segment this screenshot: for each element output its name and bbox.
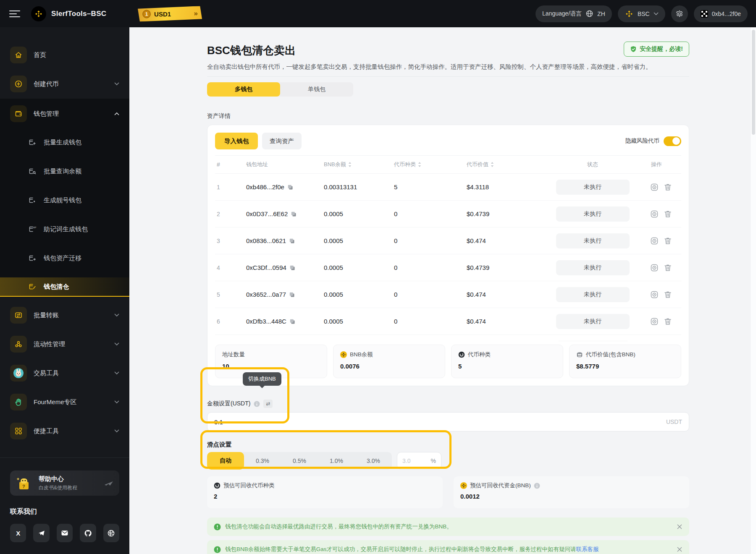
amount-input[interactable] bbox=[214, 418, 666, 426]
copy-icon[interactable] bbox=[289, 292, 295, 298]
estimate-cards: 预估可回收代币种类 2 预估可回收代资金(BNB) 0.0012 bbox=[207, 476, 689, 508]
slippage-option-auto[interactable]: 自动 bbox=[207, 452, 244, 470]
sort-icon[interactable] bbox=[418, 162, 421, 167]
sidebar-item-mnemonic[interactable]: MP 助记词生成钱包 bbox=[0, 220, 129, 239]
sidebar-item-liquidity[interactable]: 流动性管理 bbox=[0, 334, 129, 354]
summary-cards: 地址数量 10 BNB余额 0.0076 bbox=[215, 345, 681, 378]
sidebar-item-quick-tools[interactable]: 便捷工具 bbox=[0, 421, 129, 441]
plus-circle-icon bbox=[10, 76, 27, 92]
slippage-option-3-0[interactable]: 3.0% bbox=[355, 452, 392, 470]
currency-swap-icon[interactable]: ⇄ bbox=[263, 400, 273, 408]
chevron-down-icon bbox=[114, 371, 119, 375]
close-icon[interactable] bbox=[677, 546, 682, 552]
copy-icon[interactable] bbox=[289, 265, 295, 271]
coins-stack-icon bbox=[576, 351, 583, 358]
copy-icon[interactable] bbox=[289, 319, 295, 324]
sidebar: 首页 创建代币 钱包管理 bbox=[0, 27, 129, 554]
network-selector[interactable]: BSC bbox=[618, 5, 665, 22]
svg-text:?: ? bbox=[22, 484, 25, 489]
delete-icon[interactable] bbox=[664, 237, 672, 245]
sort-icon[interactable] bbox=[348, 162, 352, 167]
slippage-option-1-0[interactable]: 1.0% bbox=[318, 452, 355, 470]
status-badge: 未执行 bbox=[556, 233, 630, 248]
query-assets-button[interactable]: 查询资产 bbox=[262, 133, 302, 149]
wallet-address-button[interactable]: 0xb4...2f0e bbox=[694, 5, 748, 22]
view-record-icon[interactable] bbox=[650, 183, 659, 191]
assets-toolbar: 导入钱包 查询资产 隐藏风险代币 bbox=[215, 133, 681, 149]
wallet-transfer-icon bbox=[28, 254, 37, 262]
tab-multi-wallet[interactable]: 多钱包 bbox=[207, 82, 280, 97]
view-record-icon[interactable] bbox=[650, 264, 659, 272]
table-row-partial bbox=[215, 335, 681, 341]
view-record-icon[interactable] bbox=[650, 317, 659, 326]
page-title: BSC钱包清仓卖出 bbox=[207, 43, 296, 58]
view-record-icon[interactable] bbox=[650, 237, 659, 245]
copy-icon[interactable] bbox=[287, 184, 293, 190]
globe-icon bbox=[585, 10, 593, 18]
contact-us-label: 联系我们 bbox=[10, 507, 119, 516]
sidebar-item-create-token[interactable]: 创建代币 bbox=[0, 74, 129, 94]
import-wallet-button[interactable]: 导入钱包 bbox=[215, 133, 258, 149]
sidebar-item-vanity[interactable]: 生成靓号钱包 bbox=[0, 191, 129, 210]
chevron-down-icon bbox=[114, 314, 119, 317]
sort-icon[interactable] bbox=[491, 162, 494, 167]
sidebar-item-asset-migrate[interactable]: 钱包资产迁移 bbox=[0, 248, 129, 268]
slippage-option-0-3[interactable]: 0.3% bbox=[244, 452, 281, 470]
social-links: X bbox=[10, 524, 119, 542]
settings-button[interactable] bbox=[671, 5, 688, 22]
view-record-icon[interactable] bbox=[650, 290, 659, 299]
scrollbar-thumb[interactable] bbox=[752, 30, 755, 135]
slippage-custom-wrap: % bbox=[397, 452, 441, 470]
view-record-icon[interactable] bbox=[650, 210, 659, 218]
page-header: BSC钱包清仓卖出 安全提醒，必读! bbox=[207, 43, 689, 58]
wallet-avatar-icon bbox=[701, 10, 708, 18]
sidebar-collapse-icon[interactable] bbox=[9, 8, 20, 19]
wallet-mode-tabs: 多钱包 单钱包 bbox=[207, 82, 353, 97]
delete-icon[interactable] bbox=[664, 317, 672, 326]
tab-single-wallet[interactable]: 单钱包 bbox=[280, 82, 353, 97]
chevron-down-icon bbox=[114, 342, 119, 346]
sidebar-item-wallet-mgmt[interactable]: 钱包管理 bbox=[0, 104, 129, 124]
close-icon[interactable] bbox=[677, 524, 682, 530]
language-selector[interactable]: Language/语言 ZH bbox=[536, 5, 612, 22]
sidebar-item-batch-generate[interactable]: 批量生成钱包 bbox=[0, 133, 129, 152]
sidebar-item-home[interactable]: 首页 bbox=[0, 45, 129, 65]
contact-support-link[interactable]: 联系客服 bbox=[576, 546, 599, 552]
status-badge: 未执行 bbox=[556, 260, 630, 275]
coin-icon: 1 bbox=[142, 10, 151, 18]
estimate-token-types: 预估可回收代币种类 2 bbox=[207, 476, 443, 508]
hide-risk-toggle[interactable] bbox=[664, 136, 681, 146]
col-address: 钱包地址 bbox=[234, 161, 313, 168]
notice-banner: 钱包清仓功能会自动选择最优路由进行交易，最终将您钱包中的所有资产统一兑换为BNB… bbox=[207, 517, 689, 536]
bnb-icon bbox=[625, 9, 634, 18]
github-icon[interactable] bbox=[80, 524, 96, 542]
shield-check-icon bbox=[630, 46, 637, 52]
brand: SlerfTools–BSC bbox=[31, 6, 106, 21]
summary-token-count: 代币种类 5 bbox=[451, 345, 563, 378]
copy-icon[interactable] bbox=[289, 238, 295, 244]
safety-notice-button[interactable]: 安全提醒，必读! bbox=[624, 42, 689, 57]
slippage-custom-input[interactable] bbox=[402, 457, 423, 464]
email-icon[interactable] bbox=[57, 524, 73, 542]
sidebar-item-trade-tools[interactable]: 交易工具 bbox=[0, 363, 129, 383]
summary-bnb-balance: BNB余额 0.0076 bbox=[333, 345, 445, 378]
sidebar-item-batch-query[interactable]: 批量查询余额 bbox=[0, 162, 129, 181]
delete-icon[interactable] bbox=[664, 264, 672, 272]
wallet-address-cell: 0xb486...2f0e bbox=[234, 183, 313, 191]
sidebar-item-batch-transfer[interactable]: 批量转账 bbox=[0, 305, 129, 325]
browser-icon[interactable] bbox=[103, 524, 119, 542]
copy-icon[interactable] bbox=[291, 211, 297, 217]
delete-icon[interactable] bbox=[664, 210, 672, 218]
delete-icon[interactable] bbox=[664, 183, 672, 191]
help-center-card[interactable]: ? 帮助中心 白皮书&使用教程 bbox=[10, 470, 119, 496]
delete-icon[interactable] bbox=[664, 290, 672, 299]
assets-section-label: 资产详情 bbox=[207, 112, 689, 120]
sidebar-item-fourmeme[interactable]: FourMeme专区 bbox=[0, 392, 129, 412]
usd1-promo-banner[interactable]: 1 USD1 » bbox=[136, 6, 202, 21]
chevron-down-icon bbox=[114, 400, 119, 404]
bnb-coin-icon bbox=[460, 482, 467, 489]
slippage-option-0-5[interactable]: 0.5% bbox=[281, 452, 318, 470]
x-twitter-icon[interactable]: X bbox=[10, 524, 26, 542]
sidebar-item-clearance[interactable]: 钱包清仓 bbox=[0, 277, 129, 297]
telegram-icon[interactable] bbox=[33, 524, 49, 542]
